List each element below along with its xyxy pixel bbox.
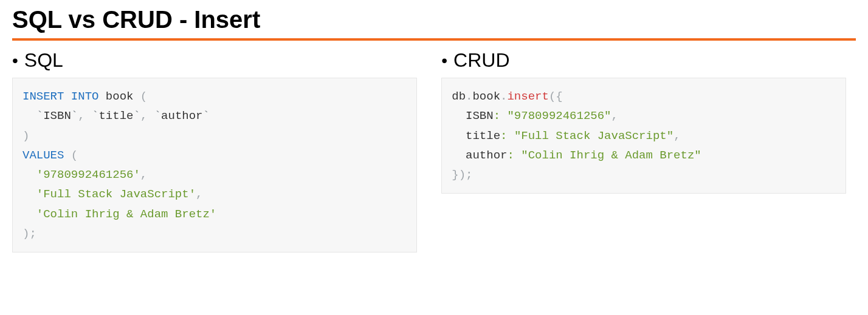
val-author: 'Colin Ihrig & Adam Bretz' <box>36 208 216 221</box>
sql-label: SQL <box>24 49 63 72</box>
crud-column: • CRUD db.book.insert({ ISBN: "978099246… <box>441 44 846 194</box>
val-title: "Full Stack JavaScript" <box>514 129 673 143</box>
comma: , <box>611 109 618 123</box>
backtick: ` <box>133 109 140 123</box>
col-isbn: ISBN <box>43 109 71 123</box>
comma: , <box>78 109 84 123</box>
kw-values: VALUES <box>22 149 64 162</box>
sql-column: • SQL INSERT INTO book ( `ISBN`, `title`… <box>12 44 417 252</box>
close-paren: ) <box>22 129 29 143</box>
key-title: title <box>466 129 500 143</box>
backtick: ` <box>71 109 78 123</box>
backtick: ` <box>203 109 210 123</box>
dot: . <box>466 90 472 103</box>
crud-heading: • CRUD <box>441 49 846 72</box>
bullet-icon: • <box>12 52 18 69</box>
comma: , <box>140 168 147 181</box>
bullet-icon: • <box>441 52 447 69</box>
dot: . <box>500 90 507 103</box>
sql-code-block: INSERT INTO book ( `ISBN`, `title`, `aut… <box>12 78 417 252</box>
col-title: title <box>98 109 133 123</box>
colon: : <box>500 129 507 143</box>
open-paren: ({ <box>549 90 563 103</box>
kw-into: INTO <box>71 90 99 103</box>
val-title: 'Full Stack JavaScript' <box>36 188 196 201</box>
close-paren: }); <box>452 168 472 181</box>
crud-label: CRUD <box>453 49 509 72</box>
backtick: ` <box>36 109 43 123</box>
coll-ident: book <box>472 90 500 103</box>
key-author: author <box>466 149 507 162</box>
key-isbn: ISBN <box>466 109 494 123</box>
method-insert: insert <box>507 90 548 103</box>
semicolon: ; <box>29 227 36 240</box>
open-paren: ( <box>140 90 147 103</box>
comma: , <box>196 188 202 201</box>
close-paren: ) <box>22 227 29 240</box>
divider <box>12 38 856 41</box>
kw-insert: INSERT <box>22 90 64 103</box>
colon: : <box>494 109 500 123</box>
sql-heading: • SQL <box>12 49 417 72</box>
columns: • SQL INSERT INTO book ( `ISBN`, `title`… <box>12 44 856 252</box>
db-ident: db <box>452 90 466 103</box>
col-author: author <box>161 109 202 123</box>
backtick: ` <box>154 109 161 123</box>
open-paren: ( <box>71 149 78 162</box>
val-isbn: '9780992461256' <box>36 168 140 181</box>
table-name: book <box>106 90 134 103</box>
colon: : <box>507 149 514 162</box>
backtick: ` <box>92 109 98 123</box>
comma: , <box>673 129 680 143</box>
val-author: "Colin Ihrig & Adam Bretz" <box>521 149 701 162</box>
comma: , <box>140 109 147 123</box>
val-isbn: "9780992461256" <box>507 109 611 123</box>
page-title: SQL vs CRUD - Insert <box>12 6 856 33</box>
crud-code-block: db.book.insert({ ISBN: "9780992461256", … <box>441 78 846 194</box>
